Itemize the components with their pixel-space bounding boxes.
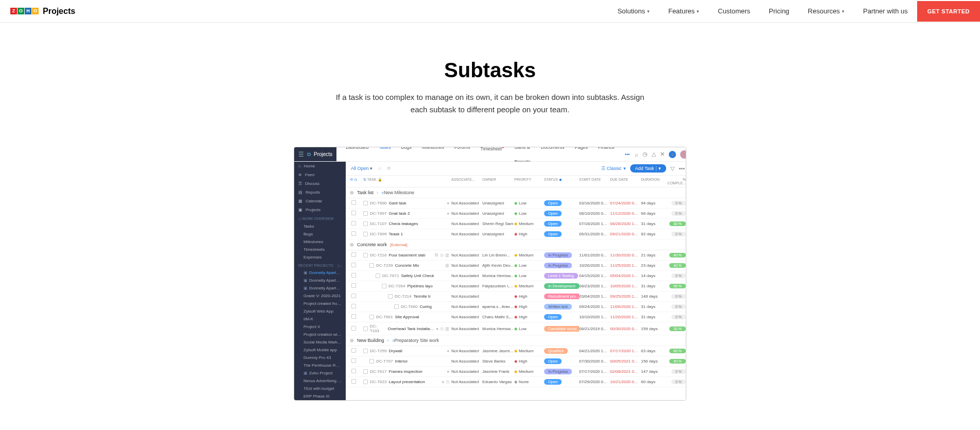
checkbox[interactable] bbox=[351, 200, 356, 205]
sidebar-home[interactable]: ⌂Home bbox=[294, 162, 346, 170]
sidebar-recent-item[interactable]: Project creation with li bbox=[294, 331, 346, 338]
task-group-header[interactable]: ⊖Concrete work[External] bbox=[346, 239, 686, 250]
task-group-header[interactable]: ⊖New Building›⟐ Preparatory Site work bbox=[346, 335, 686, 346]
sidebar-recent-item[interactable]: Zylsoft Mobile app bbox=[294, 346, 346, 354]
sort-icon[interactable]: ⇅ bbox=[363, 178, 366, 181]
logo-group: ZOHO Projects bbox=[10, 7, 75, 16]
task-row[interactable]: DC-T671Safety Unit CheckNot AssociatedMo… bbox=[346, 271, 686, 281]
sidebar-work-milestones[interactable]: Milestones bbox=[294, 238, 346, 246]
sidebar-recent-item[interactable]: Social Media Marketing bbox=[294, 338, 346, 346]
status-filter-icon[interactable]: ◆ bbox=[559, 178, 562, 181]
checkbox[interactable] bbox=[351, 348, 356, 353]
link-icon[interactable]: ⟲ bbox=[350, 178, 353, 181]
nav-features[interactable]: Features▾ bbox=[659, 7, 708, 15]
sidebar-recent-item[interactable]: Nexus Advertising Age bbox=[294, 377, 346, 385]
nav-solutions[interactable]: Solutions▾ bbox=[608, 7, 658, 15]
checkbox[interactable] bbox=[351, 252, 356, 257]
task-row[interactable]: DC-T896Gant task●Not AssociatedUnassigne… bbox=[346, 198, 686, 209]
zoho-logo: ZOHO bbox=[10, 8, 39, 14]
task-group-header[interactable]: ⊖Task list›⟐ New Milestone bbox=[346, 187, 686, 198]
task-row[interactable]: DC-T707InteriorNot AssociatedSteve Banks… bbox=[346, 356, 686, 367]
checkbox[interactable] bbox=[351, 211, 356, 215]
nav-pricing[interactable]: Pricing bbox=[759, 7, 799, 15]
hero-subtitle: If a task is too complex to manage on it… bbox=[330, 91, 650, 116]
clock-icon[interactable]: ◷ bbox=[643, 151, 648, 158]
expand-icon[interactable]: ⊖ bbox=[350, 242, 354, 247]
add-icon[interactable]: + bbox=[669, 151, 676, 158]
settings-icon[interactable]: ✕ bbox=[660, 151, 665, 158]
expand-icon[interactable]: ⊖ bbox=[350, 190, 354, 195]
sidebar-recent-item[interactable]: Zylsoft Web App bbox=[294, 307, 346, 315]
refresh-icon[interactable]: ⟳ bbox=[387, 166, 391, 171]
more-icon[interactable]: ••• bbox=[679, 165, 685, 171]
get-started-button[interactable]: GET STARTED bbox=[917, 1, 980, 22]
nav-partner-with-us[interactable]: Partner with us bbox=[854, 7, 917, 15]
sidebar-work-tasks[interactable]: Tasks bbox=[294, 222, 346, 230]
task-row[interactable]: DC-T617Frames inspection●Not AssociatedJ… bbox=[346, 367, 686, 377]
hamburger-icon[interactable]: ☰ bbox=[298, 151, 304, 158]
task-row[interactable]: DC-T214Termite trNot Associated◆HighRecr… bbox=[346, 291, 686, 302]
checkbox[interactable] bbox=[351, 314, 356, 319]
task-row[interactable]: DC-T897Gnat task 2●Not AssociatedUnassig… bbox=[346, 209, 686, 219]
sidebar-recent-item[interactable]: ▣Donnelly Apartments C bbox=[294, 284, 346, 292]
waffle-icon[interactable]: ⧉ bbox=[307, 151, 311, 158]
checkbox[interactable] bbox=[351, 273, 356, 278]
task-row[interactable]: DC-T264Pipelines layoNot AssociatedFaiya… bbox=[346, 281, 686, 291]
task-row[interactable]: DC-T661Site ApprovalNot AssociatedCharu … bbox=[346, 312, 686, 322]
task-row[interactable]: DC-T660CuringNot Associatedaparna.s , Ar… bbox=[346, 302, 686, 312]
star-icon[interactable]: ☆ bbox=[378, 166, 382, 171]
sidebar-recent-item[interactable]: ▣Donnelly Apartments C bbox=[294, 277, 346, 284]
task-row[interactable]: DC-T103Overhead Tank Installation●◷▥Not … bbox=[346, 322, 686, 335]
sidebar-recent-item[interactable]: Grade V: 2020-2021 bbox=[294, 292, 346, 300]
clock-icon: ◷ bbox=[440, 326, 444, 331]
progress-badge: 40 % bbox=[669, 263, 686, 268]
checkbox[interactable] bbox=[351, 283, 356, 288]
sidebar-recent-item[interactable]: Project X bbox=[294, 323, 346, 331]
checkbox[interactable] bbox=[351, 304, 356, 308]
add-task-button[interactable]: Add Task ▾ bbox=[630, 164, 667, 173]
sidebar-calendar[interactable]: ▦Calendar bbox=[294, 197, 346, 205]
checkbox[interactable] bbox=[351, 358, 356, 363]
checkbox[interactable] bbox=[351, 379, 356, 384]
checkbox[interactable] bbox=[351, 326, 356, 331]
more-tabs-icon[interactable]: ••• bbox=[620, 147, 635, 162]
user-avatar[interactable] bbox=[680, 150, 686, 159]
sidebar-feed[interactable]: ≋Feed bbox=[294, 170, 346, 179]
task-row[interactable]: DC-T239Concrete Mix▥Not AssociatedAjith … bbox=[346, 261, 686, 271]
filter-icon[interactable]: ▽ bbox=[670, 165, 674, 172]
progress-badge: 40 % bbox=[669, 253, 686, 257]
sidebar-recent-item[interactable]: Dummy Pro 43 bbox=[294, 354, 346, 362]
sidebar-recent-item[interactable]: Project created from Cl bbox=[294, 300, 346, 307]
badge-icon: ● bbox=[502, 147, 504, 149]
task-row[interactable]: DC-T259Drywall●Not AssociatedJasmine Jas… bbox=[346, 346, 686, 356]
task-row[interactable]: DC-T107Check leakagesNot AssociatedSheri… bbox=[346, 219, 686, 229]
sidebar-recent-item[interactable]: IIM-K bbox=[294, 315, 346, 323]
expand-icon[interactable]: ⊖ bbox=[350, 338, 354, 343]
task-row[interactable]: DC-T899Teask 1Not AssociatedUnassigned◆H… bbox=[346, 229, 686, 239]
sidebar-work-expenses[interactable]: Expenses bbox=[294, 253, 346, 261]
sidebar-work-timesheets[interactable]: Timesheets bbox=[294, 246, 346, 253]
checkbox[interactable] bbox=[351, 369, 356, 373]
sidebar-recent-item[interactable]: ERP Phase III bbox=[294, 392, 346, 400]
sidebar-recent-item[interactable]: The Penthouse Remod bbox=[294, 362, 346, 369]
filter-dropdown[interactable]: All Open ▾ bbox=[351, 166, 373, 171]
checkbox[interactable] bbox=[351, 263, 356, 267]
nav-customers[interactable]: Customers bbox=[708, 7, 759, 15]
task-row[interactable]: DC-T623Layout presentation●◷Not Associat… bbox=[346, 377, 686, 387]
sidebar-discuss[interactable]: ☰Discuss bbox=[294, 179, 346, 188]
sidebar-recent-item[interactable]: ▣Zoho Project bbox=[294, 369, 346, 377]
checkbox[interactable] bbox=[351, 221, 356, 226]
task-row[interactable]: DC-T216Pour basement slab⛓◷▥Not Associat… bbox=[346, 250, 686, 261]
checkbox[interactable] bbox=[351, 231, 356, 236]
sidebar-reports[interactable]: ▤Reports bbox=[294, 188, 346, 197]
sidebar-work-bugs[interactable]: Bugs bbox=[294, 230, 346, 238]
clock-icon[interactable]: ◷ bbox=[354, 178, 357, 181]
sidebar-recent-item[interactable]: ▣Donnelly Apartments C bbox=[294, 269, 346, 277]
search-icon[interactable]: ⌕ bbox=[635, 151, 638, 158]
sidebar-projects[interactable]: ▣Projects bbox=[294, 205, 346, 214]
sidebar-recent-item[interactable]: TEst with budget bbox=[294, 385, 346, 392]
checkbox[interactable] bbox=[351, 294, 356, 298]
bell-icon[interactable]: △ bbox=[652, 151, 656, 158]
view-classic-button[interactable]: ☰ Classic ▾ bbox=[601, 166, 626, 171]
nav-resources[interactable]: Resources▾ bbox=[799, 7, 854, 15]
